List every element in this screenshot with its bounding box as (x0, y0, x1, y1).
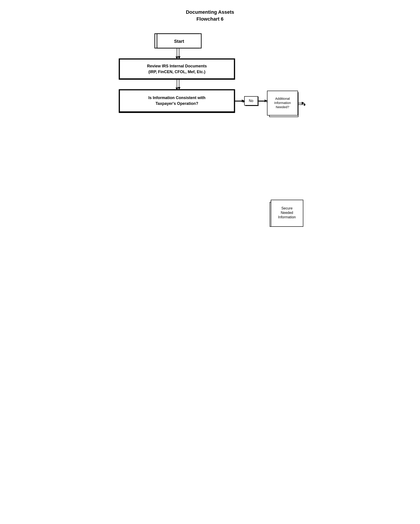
svg-text:Information: Information (278, 215, 295, 219)
start-label: Start (174, 39, 184, 44)
svg-marker-44 (265, 99, 267, 102)
svg-text:Is Information Consistent with: Is Information Consistent with (148, 96, 205, 100)
svg-text:(IRP, FinCEN, CFOL, Mef, Etc.): (IRP, FinCEN, CFOL, Mef, Etc.) (148, 70, 205, 74)
svg-text:Needed: Needed (280, 211, 293, 215)
svg-text:Secure: Secure (281, 206, 293, 210)
svg-text:No: No (249, 99, 253, 103)
svg-text:Review IRS Internal Documents: Review IRS Internal Documents (147, 64, 207, 68)
svg-rect-36 (119, 90, 235, 112)
svg-text:Needed?: Needed? (276, 105, 289, 109)
svg-text:Taxpayer's Operation?: Taxpayer's Operation? (155, 101, 198, 106)
svg-text:Information: Information (274, 101, 291, 105)
svg-marker-40 (242, 99, 244, 102)
svg-text:Additional: Additional (275, 97, 290, 100)
flowchart-main: Start Review IRS Internal Documents (IRP… (115, 32, 305, 488)
page: Documenting Assets Flowchart 6 Start Rev… (110, 9, 310, 515)
svg-rect-31 (119, 59, 235, 79)
flowchart-final: Start Review IRS Internal Documents (IRP… (115, 0, 305, 23)
